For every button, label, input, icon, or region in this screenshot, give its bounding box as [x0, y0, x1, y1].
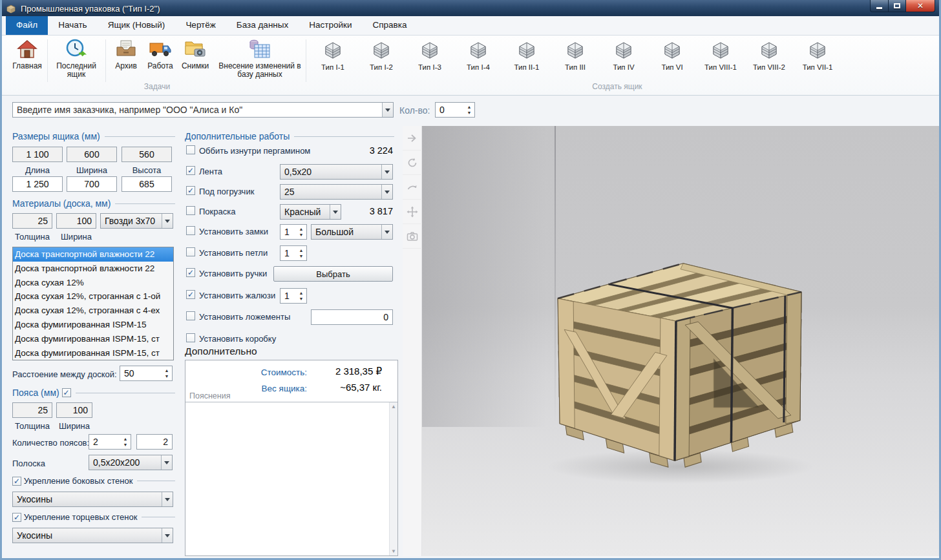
board-type-option[interactable]: Доска фумигированная ISPM-15, ст — [13, 332, 173, 346]
chevron-down-icon[interactable] — [381, 165, 392, 179]
orbit-button[interactable] — [403, 175, 422, 200]
hinges-checkbox[interactable] — [186, 247, 195, 256]
notes-scrollbar[interactable]: ▲ ▼ — [389, 402, 397, 555]
forklift-select[interactable]: 25 — [280, 184, 393, 200]
belt-count-stepper[interactable]: 2 ▲▼ — [89, 434, 131, 450]
spinner-arrows-icon[interactable]: ▲▼ — [296, 246, 306, 260]
locks-size-select[interactable]: Большой — [311, 224, 393, 240]
box-type-button[interactable]: Тип VIII-1 — [702, 41, 739, 71]
board-type-option[interactable]: Доска фумигированная ISPM-15 — [13, 318, 173, 332]
menu-tab[interactable]: База данных — [226, 16, 299, 35]
board-type-option[interactable]: Доска транспортной влажности 22 — [13, 262, 173, 276]
outer-length-field[interactable]: 1 100 — [12, 147, 63, 162]
chevron-down-icon[interactable] — [381, 185, 392, 199]
board-type-option[interactable]: Доска сухая 12% — [13, 276, 173, 290]
box-type-button[interactable]: Тип I-3 — [411, 41, 449, 71]
menu-tab[interactable]: Ящик (Новый) — [98, 16, 176, 35]
board-width-field[interactable]: 100 — [56, 213, 96, 229]
board-thickness-field[interactable]: 25 — [12, 213, 52, 229]
inner-length-field[interactable]: 1 250 — [12, 176, 63, 192]
chevron-down-icon[interactable] — [161, 455, 172, 470]
louvers-checkbox[interactable]: ✓ — [186, 290, 195, 299]
box-type-button[interactable]: Тип VIII-2 — [750, 41, 788, 71]
customer-name-combobox[interactable]: Введите имя заказчика, например "ООО "Ал… — [12, 102, 394, 118]
viewport-3d[interactable] — [403, 126, 941, 556]
belts-checkbox[interactable]: ✓ — [62, 388, 71, 397]
outer-width-field[interactable]: 600 — [67, 147, 117, 162]
spinner-arrows-icon[interactable]: ▲▼ — [162, 366, 172, 380]
end-reinforcement-select[interactable]: Укосины — [12, 528, 173, 543]
chevron-down-icon[interactable] — [162, 492, 173, 506]
outer-height-field[interactable]: 560 — [122, 147, 172, 162]
board-type-option[interactable]: Доска сухая 12%, строганная с 4-ех — [13, 304, 173, 318]
box-type-button[interactable]: Тип IV — [605, 41, 642, 71]
louvers-count-stepper[interactable]: 1 ▲▼ — [280, 288, 307, 304]
db-changes-button[interactable]: Внесение изменений в базу данных — [218, 38, 302, 79]
recent-box-button[interactable]: Последний ящик — [49, 38, 103, 79]
end-reinforcement-checkbox[interactable]: ✓ — [12, 513, 21, 522]
tape-size-select[interactable]: 0,5х20 — [280, 164, 393, 180]
nails-select[interactable]: Гвозди 3х70 — [100, 213, 173, 229]
scroll-down-icon[interactable]: ▼ — [391, 548, 396, 554]
locks-checkbox[interactable] — [186, 226, 195, 235]
belt-count2-field[interactable]: 2 — [136, 434, 173, 450]
menu-tab[interactable]: Файл — [6, 16, 48, 35]
lodgements-checkbox[interactable] — [186, 311, 195, 320]
locks-count-stepper[interactable]: 1 ▲▼ — [280, 224, 307, 240]
pan-button[interactable] — [403, 200, 422, 224]
hinges-count-stepper[interactable]: 1 ▲▼ — [280, 245, 307, 261]
work-button[interactable]: Работа — [143, 38, 177, 70]
crate-3d-render[interactable] — [551, 254, 805, 473]
maximize-button[interactable] — [889, 0, 906, 12]
inner-height-field[interactable]: 685 — [122, 176, 172, 192]
strip-select[interactable]: 0,5х20х200 — [89, 455, 173, 470]
board-type-listbox[interactable]: Доска транспортной влажности 22Доска тра… — [12, 247, 174, 360]
spinner-arrows-icon[interactable]: ▲▼ — [464, 103, 474, 117]
choose-handles-button[interactable]: Выбрать — [273, 266, 393, 282]
menu-tab[interactable]: Справка — [362, 16, 417, 35]
spinner-arrows-icon[interactable]: ▲▼ — [120, 435, 131, 449]
menu-tab[interactable]: Чертёж — [175, 16, 226, 35]
chevron-down-icon[interactable] — [381, 225, 392, 239]
menu-tab[interactable]: Настройки — [299, 16, 362, 35]
box-type-button[interactable]: Тип I-1 — [314, 41, 352, 71]
box-type-button[interactable]: Тип III — [556, 41, 594, 71]
scroll-up-icon[interactable]: ▲ — [391, 404, 396, 410]
chevron-down-icon[interactable] — [330, 205, 341, 219]
chevron-down-icon[interactable] — [162, 214, 173, 228]
board-type-option[interactable]: Доска сухая 12%, строганная с 1-ой — [13, 289, 173, 304]
menu-tab[interactable]: Начать — [48, 16, 97, 35]
box-type-button[interactable]: Тип VI — [653, 41, 691, 71]
board-spacing-stepper[interactable]: 50 ▲▼ — [120, 366, 173, 381]
quantity-stepper[interactable]: 0 ▲▼ — [435, 102, 475, 118]
close-button[interactable]: ✕ — [906, 0, 935, 12]
home-button[interactable]: Главная — [8, 38, 46, 70]
snapshots-button[interactable]: Снимки — [177, 38, 213, 70]
notes-textarea[interactable] — [185, 402, 388, 555]
board-type-option[interactable]: Доска фумигированная ISPM-15, ст — [13, 346, 173, 360]
belt-thickness-field[interactable]: 25 — [12, 402, 52, 418]
paint-color-select[interactable]: Красный — [280, 204, 341, 220]
side-reinforcement-select[interactable]: Укосины — [12, 492, 173, 507]
lodgements-count-field[interactable]: 0 — [311, 309, 393, 325]
side-reinforcement-checkbox[interactable]: ✓ — [12, 477, 21, 486]
box-type-button[interactable]: Тип II-1 — [508, 41, 545, 71]
tape-checkbox[interactable]: ✓ — [186, 166, 195, 175]
inner-width-field[interactable]: 700 — [67, 176, 117, 192]
install-box-checkbox[interactable] — [186, 333, 195, 342]
board-type-option[interactable]: Доска транспортной влажности 22 — [13, 247, 173, 262]
forward-arrow-button[interactable] — [403, 126, 422, 150]
box-type-button[interactable]: Тип I-2 — [363, 41, 400, 71]
paint-checkbox[interactable] — [186, 206, 195, 215]
camera-button[interactable] — [403, 224, 422, 249]
pergamin-checkbox[interactable] — [186, 145, 195, 154]
chevron-down-icon[interactable] — [382, 103, 393, 117]
spinner-arrows-icon[interactable]: ▲▼ — [296, 289, 306, 303]
minimize-button[interactable] — [870, 0, 889, 12]
spinner-arrows-icon[interactable]: ▲▼ — [296, 225, 306, 239]
chevron-down-icon[interactable] — [162, 528, 173, 543]
handles-checkbox[interactable]: ✓ — [186, 268, 195, 277]
rotate-button[interactable] — [403, 150, 422, 175]
archive-button[interactable]: Архив — [110, 38, 142, 70]
belt-width-field[interactable]: 100 — [56, 402, 92, 418]
